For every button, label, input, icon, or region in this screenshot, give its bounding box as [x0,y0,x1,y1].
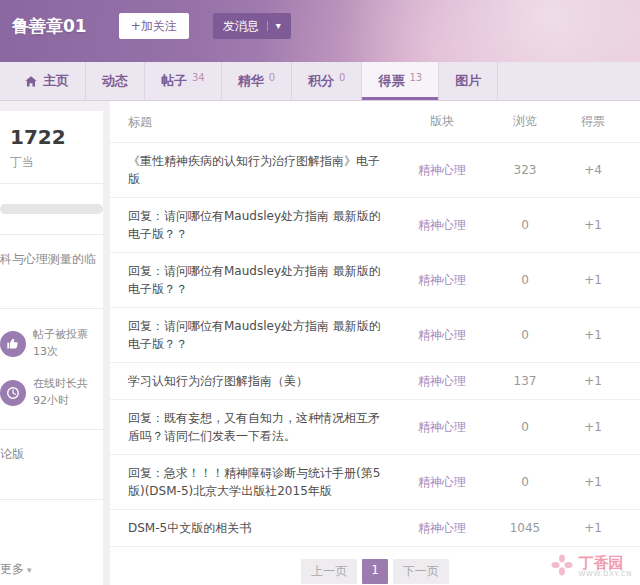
level-progress-bar [0,204,103,214]
votes-count: +1 [564,521,622,535]
table-row[interactable]: 回复：急求！！！精神障碍诊断与统计手册(第5版)(DSM-5)北京大学出版社20… [110,455,640,510]
dingdang-score: 1722 [10,125,93,149]
tab-posts[interactable]: 帖子 34 [145,62,222,100]
votes-count: +1 [564,218,622,232]
board-link[interactable]: 精神心理 [398,272,486,289]
tab-images[interactable]: 图片 [439,62,498,100]
votes-stat-text: 帖子被投票 13次 [33,327,88,360]
chevron-down-icon: ▾ [27,565,32,575]
board-link[interactable]: 精神心理 [398,474,486,491]
votes-count: +1 [564,475,622,489]
tab-count-badge: 13 [409,72,422,83]
profile-sidebar: 1722 丁当 科与心理测量的临 帖子被投票 13次 [0,111,103,585]
next-page-button[interactable]: 下一页 [393,559,449,584]
tab-label: 主页 [43,72,69,90]
views-count: 1045 [486,521,564,535]
views-count: 0 [486,273,564,287]
views-count: 0 [486,218,564,232]
post-title-link[interactable]: 回复：请问哪位有Maudsley处方指南 最新版的电子版？？ [128,207,398,243]
post-title-link[interactable]: 回复：急求！！！精神障碍诊断与统计手册(第5版)(DSM-5)北京大学出版社20… [128,464,398,500]
follow-button[interactable]: +加关注 [119,13,189,39]
votes-count: +1 [564,328,622,342]
header-views: 浏览 [486,113,564,130]
tab-label: 帖子 [161,72,187,90]
more-link[interactable]: 更多▾ [0,561,32,578]
site-url: WWW.DXY.CN [578,571,632,579]
views-count: 0 [486,328,564,342]
votes-count: +4 [564,163,622,177]
board-link[interactable]: 精神心理 [398,419,486,436]
sidebar-clipped-text: 论版 [0,430,103,500]
votes-count: +1 [564,273,622,287]
stats-section: 帖子被投票 13次 在线时长共 92小时 [0,309,103,430]
table-header-row: 标题 版块 浏览 得票 [110,101,640,143]
votes-count: +1 [564,420,622,434]
home-icon [24,75,38,88]
votes-stat: 帖子被投票 13次 [0,327,103,360]
site-watermark: 丁香园 WWW.DXY.CN [551,554,632,580]
message-button[interactable]: 发消息 ▾ [213,13,291,39]
dingdang-score-label: 丁当 [10,154,93,171]
tab-digest[interactable]: 精华 0 [222,62,292,100]
table-row[interactable]: 回复：请问哪位有Maudsley处方指南 最新版的电子版？？ 精神心理 0 +1 [110,253,640,308]
tab-label: 动态 [102,72,128,90]
post-title-link[interactable]: 回复：请问哪位有Maudsley处方指南 最新版的电子版？？ [128,317,398,353]
table-body: 《重性精神疾病的认知行为治疗图解指南》电子版 精神心理 323 +4 回复：请问… [110,143,640,547]
post-title-link[interactable]: DSM-5中文版的相关书 [128,519,398,537]
header-votes: 得票 [564,113,622,130]
online-time-stat: 在线时长共 92小时 [0,376,103,409]
prev-page-button[interactable]: 上一页 [301,559,357,584]
board-link[interactable]: 精神心理 [398,162,486,179]
header-board: 版块 [398,113,486,130]
votes-count: +1 [564,374,622,388]
tab-count-badge: 0 [269,72,275,83]
content-area: 1722 丁当 科与心理测量的临 帖子被投票 13次 [0,101,640,585]
views-count: 323 [486,163,564,177]
site-name: 丁香园 [578,555,632,572]
tab-votes[interactable]: 得票 13 [362,62,439,100]
profile-tabbar: 主页 动态 帖子 34 精华 0 积分 0 得票 13 图片 [0,62,640,101]
tab-label: 图片 [455,72,481,90]
table-row[interactable]: 《重性精神疾病的认知行为治疗图解指南》电子版 精神心理 323 +4 [110,143,640,198]
table-row[interactable]: DSM-5中文版的相关书 精神心理 1045 +1 [110,510,640,547]
views-count: 137 [486,374,564,388]
table-row[interactable]: 回复：请问哪位有Maudsley处方指南 最新版的电子版？？ 精神心理 0 +1 [110,308,640,363]
level-progress-section [0,184,103,235]
board-link[interactable]: 精神心理 [398,217,486,234]
post-title-link[interactable]: 学习认知行为治疗图解指南（美） [128,372,398,390]
table-row[interactable]: 回复：既有妄想，又有自知力，这种情况相互矛盾吗？请同仁们发表一下看法。 精神心理… [110,400,640,455]
table-row[interactable]: 学习认知行为治疗图解指南（美） 精神心理 137 +1 [110,363,640,400]
post-title-link[interactable]: 《重性精神疾病的认知行为治疗图解指南》电子版 [128,152,398,188]
post-title-link[interactable]: 回复：请问哪位有Maudsley处方指南 最新版的电子版？？ [128,262,398,298]
views-count: 0 [486,420,564,434]
tab-count-badge: 0 [339,72,345,83]
flower-logo-icon [551,554,573,580]
board-link[interactable]: 精神心理 [398,327,486,344]
online-time-line2: 92小时 [33,394,69,407]
clock-icon [0,380,26,406]
tab-points[interactable]: 积分 0 [292,62,362,100]
votes-table-panel: 标题 版块 浏览 得票 《重性精神疾病的认知行为治疗图解指南》电子版 精神心理 … [110,101,640,585]
tab-count-badge: 34 [192,72,205,83]
tab-label: 得票 [378,72,404,90]
header-title: 标题 [128,113,398,131]
sidebar-clipped-text: 科与心理测量的临 [0,235,103,309]
board-link[interactable]: 精神心理 [398,520,486,537]
thumbs-up-icon [0,331,26,357]
post-title-link[interactable]: 回复：既有妄想，又有自知力，这种情况相互矛盾吗？请同仁们发表一下看法。 [128,409,398,445]
online-time-text: 在线时长共 92小时 [33,376,88,409]
more-label: 更多 [0,562,24,576]
score-section: 1722 丁当 [0,111,103,184]
current-page[interactable]: 1 [362,559,388,584]
table-row[interactable]: 回复：请问哪位有Maudsley处方指南 最新版的电子版？？ 精神心理 0 +1 [110,198,640,253]
chevron-down-icon[interactable]: ▾ [267,21,281,31]
profile-banner: 鲁善章01 +加关注 发消息 ▾ [0,0,640,62]
views-count: 0 [486,475,564,489]
votes-stat-line1: 帖子被投票 [33,328,88,341]
board-link[interactable]: 精神心理 [398,373,486,390]
message-button-label: 发消息 [223,18,259,35]
tab-label: 精华 [238,72,264,90]
tab-home[interactable]: 主页 [8,62,86,100]
tab-feed[interactable]: 动态 [86,62,145,100]
username: 鲁善章01 [12,13,87,39]
